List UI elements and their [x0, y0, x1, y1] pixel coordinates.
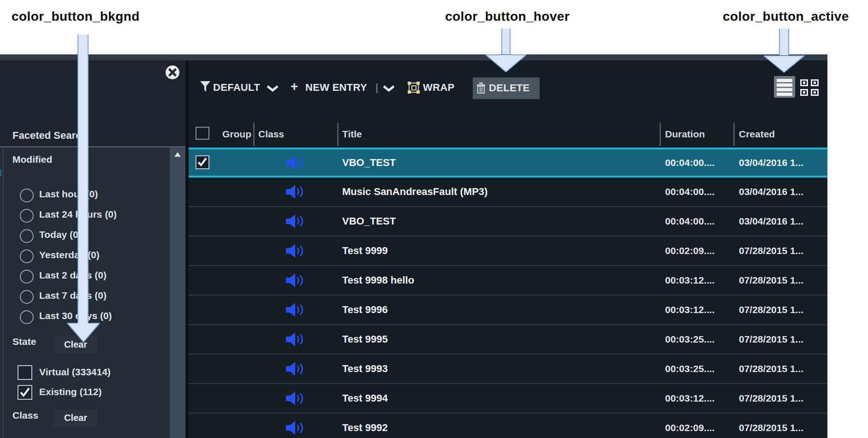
class-clear-button[interactable]: Clear	[54, 409, 97, 426]
delete-button[interactable]: DELETE	[473, 77, 540, 99]
table-row[interactable]: Test 9999 00:02:09.... 07/28/2015 1...	[189, 237, 827, 266]
column-header-group[interactable]: Group	[222, 129, 253, 140]
radio-yesterday[interactable]	[20, 249, 34, 263]
table-row[interactable]: Test 9992 00:02:09.... 07/28/2015 1...	[189, 414, 827, 438]
row-duration: 00:03:12....	[665, 296, 714, 324]
radio-last-2-days[interactable]	[20, 270, 34, 284]
radio-label[interactable]: Last 2 days (0)	[39, 270, 107, 281]
row-duration: 00:03:12....	[665, 384, 714, 413]
screenshot-stage: color_button_bkgnd color_button_hover co…	[0, 0, 868, 438]
column-header-created[interactable]: Created	[739, 129, 775, 140]
table-row[interactable]: Test 9993 00:03:25.... 07/28/2015 1...	[189, 355, 827, 384]
audio-class-icon	[286, 244, 305, 258]
modified-heading: Modified	[12, 154, 52, 165]
radio-today[interactable]	[20, 229, 34, 243]
audio-class-icon	[286, 391, 305, 405]
sidebar-main-divider	[185, 60, 189, 438]
annotation-arrow-bkgnd-shaft	[77, 35, 89, 324]
radio-last-7-days[interactable]	[20, 290, 34, 304]
radio-label[interactable]: Last 30 days (0)	[39, 310, 112, 321]
row-title: VBO_TEST	[342, 207, 396, 236]
table-row[interactable]: Test 9994 00:03:12.... 07/28/2015 1...	[189, 384, 827, 414]
row-checkbox-checked[interactable]	[196, 155, 209, 169]
table-row[interactable]: Test 9995 00:03:25.... 07/28/2015 1...	[189, 325, 827, 355]
checkbox-label[interactable]: Existing (112)	[39, 386, 101, 397]
row-created: 03/04/2016 1...	[739, 207, 803, 236]
chevron-down-icon[interactable]	[383, 85, 395, 92]
row-title: Test 9994	[342, 384, 388, 413]
row-created: 07/28/2015 1...	[739, 266, 803, 295]
column-divider[interactable]	[337, 123, 339, 146]
row-title: Test 9992	[342, 414, 388, 438]
audio-class-icon	[286, 156, 305, 170]
row-title: Test 9996	[342, 296, 388, 324]
annotation-arrow-hover-shaft	[501, 29, 511, 54]
column-divider[interactable]	[253, 123, 255, 146]
new-entry-button[interactable]: NEW ENTRY	[305, 82, 367, 94]
check-icon	[18, 386, 31, 399]
row-duration: 00:03:25....	[665, 355, 714, 383]
annotation-arrow-bkgnd-head	[67, 323, 100, 343]
column-header-class[interactable]: Class	[258, 129, 284, 140]
radio-label[interactable]: Today (0)	[39, 229, 82, 240]
checkbox-label[interactable]: Virtual (333414)	[39, 367, 111, 378]
row-created: 03/04/2016 1...	[739, 178, 803, 206]
row-duration: 00:03:12....	[665, 266, 714, 295]
sidebar-scrollbar[interactable]	[170, 148, 185, 438]
list-view-button[interactable]	[774, 76, 795, 98]
table-row-selected[interactable]: VBO_TEST 00:04:00.... 03/04/2016 1...	[189, 148, 827, 178]
table-row[interactable]: Music SanAndreasFault (MP3) 00:04:00....…	[189, 178, 827, 207]
faceted-search-title: Faceted Search	[12, 130, 88, 142]
row-created: 07/28/2015 1...	[739, 384, 803, 413]
row-duration: 00:03:25....	[665, 325, 714, 354]
column-divider[interactable]	[733, 123, 735, 146]
row-duration: 00:04:00....	[665, 207, 714, 236]
annotation-arrow-active-head	[763, 55, 805, 73]
audio-class-icon	[286, 332, 305, 346]
radio-last-hour[interactable]	[20, 189, 34, 202]
column-header-title[interactable]: Title	[342, 129, 362, 140]
annotation-color-button-active: color_button_active	[723, 9, 849, 24]
select-all-checkbox[interactable]	[196, 127, 209, 140]
scroll-up-arrow-icon[interactable]	[174, 152, 181, 157]
column-header-duration[interactable]: Duration	[665, 129, 705, 140]
audio-class-icon	[286, 303, 305, 317]
state-heading: State	[12, 336, 36, 347]
grid-view-icon[interactable]	[800, 79, 819, 96]
annotation-color-button-bkgnd: color_button_bkgnd	[12, 9, 140, 24]
checkbox-existing[interactable]	[18, 385, 32, 400]
radio-label[interactable]: Last 7 days (0)	[39, 290, 107, 301]
row-duration: 00:04:00....	[665, 149, 714, 176]
radio-last-24-hours[interactable]	[20, 209, 34, 223]
checkbox-virtual[interactable]	[18, 365, 32, 380]
check-icon	[196, 156, 208, 168]
chevron-down-icon[interactable]	[267, 85, 279, 92]
table-row[interactable]: VBO_TEST 00:04:00.... 03/04/2016 1...	[189, 207, 827, 237]
annotation-color-button-hover: color_button_hover	[445, 9, 570, 24]
wrap-button[interactable]: WRAP	[423, 82, 454, 94]
row-created: 07/28/2015 1...	[739, 414, 803, 438]
table-row[interactable]: Test 9998 hello 00:03:12.... 07/28/2015 …	[189, 266, 827, 296]
filter-default-button[interactable]: DEFAULT	[213, 82, 260, 94]
radio-label[interactable]: Last hour (0)	[39, 189, 98, 200]
row-created: 07/28/2015 1...	[739, 355, 803, 383]
annotation-arrow-hover-head	[485, 54, 527, 73]
audio-class-icon	[286, 273, 305, 287]
row-title: Music SanAndreasFault (MP3)	[342, 178, 488, 206]
radio-last-30-days[interactable]	[20, 310, 34, 324]
column-divider[interactable]	[660, 123, 661, 146]
row-title: Test 9995	[342, 325, 388, 354]
audio-class-icon	[286, 185, 305, 199]
plus-icon: +	[291, 79, 298, 94]
delete-button-label: DELETE	[489, 82, 530, 94]
row-duration: 00:02:09....	[665, 237, 714, 265]
table-row[interactable]: Test 9996 00:03:12.... 07/28/2015 1...	[189, 296, 827, 325]
row-created: 07/28/2015 1...	[739, 237, 803, 265]
row-created: 07/28/2015 1...	[739, 296, 803, 324]
row-duration: 00:04:00....	[665, 178, 714, 206]
sidebar-accent-line	[3, 148, 4, 438]
audio-class-icon	[286, 362, 305, 376]
close-icon[interactable]	[165, 65, 180, 80]
radio-label[interactable]: Yesterday (0)	[39, 249, 100, 260]
row-duration: 00:02:09....	[665, 414, 714, 438]
